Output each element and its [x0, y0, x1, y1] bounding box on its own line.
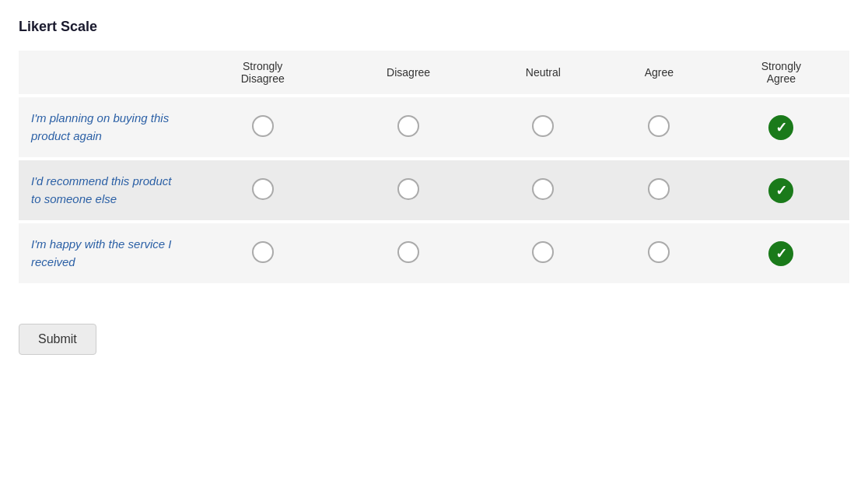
radio-unchecked-icon[interactable]	[648, 178, 670, 200]
table-row: I'm planning on buying this product agai…	[19, 96, 849, 159]
col-header-strongly-agree: StronglyAgree	[713, 51, 849, 96]
radio-cell-strongly_disagree[interactable]	[190, 222, 335, 285]
radio-cell-agree[interactable]	[605, 96, 713, 159]
radio-cell-strongly_agree[interactable]	[713, 96, 849, 159]
radio-cell-strongly_disagree[interactable]	[190, 159, 335, 222]
radio-unchecked-icon[interactable]	[252, 115, 274, 137]
col-header-question	[19, 51, 190, 96]
radio-unchecked-icon[interactable]	[397, 178, 419, 200]
radio-checked-icon[interactable]	[768, 178, 793, 203]
radio-unchecked-icon[interactable]	[252, 178, 274, 200]
radio-cell-agree[interactable]	[605, 159, 713, 222]
radio-cell-strongly_agree[interactable]	[713, 222, 849, 285]
question-cell: I'm planning on buying this product agai…	[19, 96, 190, 159]
radio-unchecked-icon[interactable]	[532, 115, 554, 137]
radio-cell-strongly_disagree[interactable]	[190, 96, 335, 159]
radio-cell-disagree[interactable]	[335, 159, 481, 222]
radio-unchecked-icon[interactable]	[532, 178, 554, 200]
radio-unchecked-icon[interactable]	[532, 241, 554, 263]
radio-cell-neutral[interactable]	[481, 159, 605, 222]
col-header-agree: Agree	[605, 51, 713, 96]
header-row: StronglyDisagree Disagree Neutral Agree …	[19, 51, 849, 96]
radio-cell-disagree[interactable]	[335, 222, 481, 285]
radio-unchecked-icon[interactable]	[648, 115, 670, 137]
radio-cell-strongly_agree[interactable]	[713, 159, 849, 222]
radio-checked-icon[interactable]	[768, 115, 793, 140]
table-row: I'd recommend this product to someone el…	[19, 159, 849, 222]
likert-table: StronglyDisagree Disagree Neutral Agree …	[19, 51, 849, 286]
radio-unchecked-icon[interactable]	[397, 241, 419, 263]
question-cell: I'm happy with the service I received	[19, 222, 190, 285]
radio-unchecked-icon[interactable]	[252, 241, 274, 263]
submit-button[interactable]: Submit	[19, 324, 96, 355]
table-row: I'm happy with the service I received	[19, 222, 849, 285]
radio-unchecked-icon[interactable]	[648, 241, 670, 263]
radio-cell-disagree[interactable]	[335, 96, 481, 159]
radio-unchecked-icon[interactable]	[397, 115, 419, 137]
radio-cell-neutral[interactable]	[481, 222, 605, 285]
radio-cell-agree[interactable]	[605, 222, 713, 285]
col-header-neutral: Neutral	[481, 51, 605, 96]
col-header-strongly-disagree: StronglyDisagree	[190, 51, 335, 96]
page-title: Likert Scale	[19, 19, 849, 35]
col-header-disagree: Disagree	[335, 51, 481, 96]
question-cell: I'd recommend this product to someone el…	[19, 159, 190, 222]
radio-checked-icon[interactable]	[768, 241, 793, 266]
radio-cell-neutral[interactable]	[481, 96, 605, 159]
